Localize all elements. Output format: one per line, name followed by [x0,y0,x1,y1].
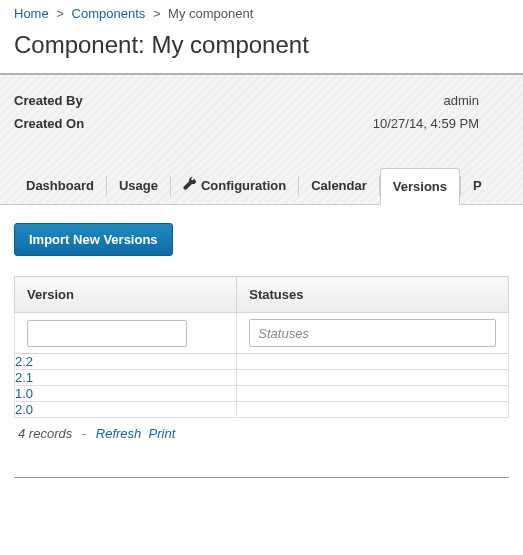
version-filter-input[interactable] [27,320,187,347]
tab-configuration[interactable]: Configuration [171,167,298,204]
table-row: 2.0 [15,402,509,418]
breadcrumb-components[interactable]: Components [72,6,146,21]
tab-dashboard[interactable]: Dashboard [14,168,106,203]
created-by-value: admin [444,93,509,108]
tabs: Dashboard Usage Configuration Calendar V… [0,167,523,205]
versions-table: Version Statuses Statuses 2.2 2.1 [14,276,509,418]
status-cell [237,386,509,402]
content: Import New Versions Version Statuses Sta… [0,205,523,477]
refresh-link[interactable]: Refresh [96,426,142,441]
table-footer: 4 records - Refresh Print [14,418,509,459]
version-link[interactable]: 2.0 [15,402,33,417]
col-header-statuses[interactable]: Statuses [237,277,509,313]
meta-block: Created By admin Created On 10/27/14, 4:… [0,75,523,167]
breadcrumb: Home > Components > My component [0,0,523,25]
breadcrumb-sep: > [56,6,64,21]
created-on-label: Created On [14,116,84,131]
record-count: 4 records [18,426,72,441]
breadcrumb-sep: > [153,6,161,21]
created-by-label: Created By [14,93,83,108]
print-link[interactable]: Print [149,426,176,441]
import-new-versions-button[interactable]: Import New Versions [14,223,173,256]
statuses-filter-input[interactable]: Statuses [249,319,496,347]
version-link[interactable]: 2.1 [15,370,33,385]
breadcrumb-home[interactable]: Home [14,6,49,21]
status-cell [237,370,509,386]
wrench-icon [183,177,197,194]
table-row: 1.0 [15,386,509,402]
tab-usage[interactable]: Usage [107,168,170,203]
meta-row-created-by: Created By admin [14,93,509,108]
col-header-version[interactable]: Version [15,277,237,313]
page-title: Component: My component [0,25,523,73]
footer-sep: - [82,426,86,441]
tab-p[interactable]: P [461,168,494,203]
created-on-value: 10/27/14, 4:59 PM [373,116,509,131]
tab-calendar[interactable]: Calendar [299,168,379,203]
tab-configuration-label: Configuration [201,178,286,193]
meta-row-created-on: Created On 10/27/14, 4:59 PM [14,116,509,131]
divider [14,477,509,478]
status-cell [237,402,509,418]
filter-row: Statuses [15,313,509,354]
version-link[interactable]: 1.0 [15,386,33,401]
status-cell [237,354,509,370]
table-row: 2.2 [15,354,509,370]
table-row: 2.1 [15,370,509,386]
tab-versions[interactable]: Versions [380,168,460,205]
breadcrumb-current: My component [168,6,253,21]
version-link[interactable]: 2.2 [15,354,33,369]
